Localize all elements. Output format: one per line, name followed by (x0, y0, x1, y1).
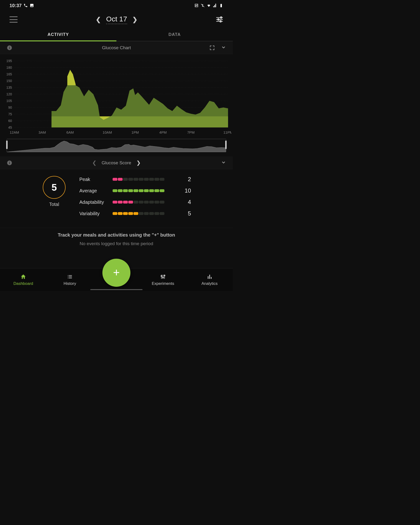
svg-rect-44 (208, 276, 208, 279)
score-rows: Peak2Average10Adaptability4Variability5 (79, 176, 191, 217)
sliders-icon (160, 274, 166, 280)
vibrate-icon (201, 3, 205, 8)
wifi-icon (207, 3, 211, 8)
nav-dashboard[interactable]: Dashboard (0, 274, 46, 286)
nav-label: Analytics (201, 281, 218, 286)
svg-text:135: 135 (6, 86, 12, 89)
score-row-segments (113, 189, 179, 192)
svg-text:120: 120 (6, 92, 12, 96)
menu-button[interactable] (9, 16, 18, 23)
score-row-segments (113, 178, 179, 181)
svg-text:6AM: 6AM (66, 130, 74, 134)
home-indicator (90, 289, 143, 290)
score-row-label: Peak (79, 177, 108, 182)
bars-icon (206, 274, 213, 280)
signal-icon (213, 3, 217, 8)
status-bar: 10:37 (0, 0, 233, 11)
score-row-peak: Peak2 (79, 176, 191, 183)
prev-day-button[interactable]: ❮ (96, 16, 101, 23)
tab-activity[interactable]: ACTIVITY (0, 28, 116, 41)
tab-data[interactable]: DATA (116, 28, 233, 41)
glucose-score-header: i ❮ Glucose Score ❯ (0, 157, 233, 169)
svg-rect-45 (209, 275, 210, 279)
svg-text:4PM: 4PM (159, 130, 167, 134)
svg-text:45: 45 (8, 126, 12, 129)
svg-text:150: 150 (6, 79, 12, 83)
glucose-score-title: Glucose Score (102, 160, 131, 166)
score-total: 5 Total (43, 176, 65, 207)
home-icon (20, 274, 26, 280)
svg-text:165: 165 (6, 72, 12, 76)
next-day-button[interactable]: ❯ (132, 16, 137, 23)
svg-text:7PM: 7PM (187, 130, 195, 134)
score-row-value: 10 (183, 187, 191, 194)
bottom-nav: Dashboard History . Experiments Analytic… (0, 268, 233, 291)
battery-icon (219, 3, 223, 8)
svg-point-4 (218, 19, 219, 20)
nav-label: Experiments (152, 281, 174, 286)
range-handle-left[interactable] (6, 141, 8, 149)
score-row-value: 2 (183, 176, 191, 183)
image-icon (30, 3, 34, 8)
add-event-button[interactable]: + (102, 259, 130, 287)
svg-text:195: 195 (6, 59, 12, 63)
svg-rect-46 (211, 277, 211, 279)
score-row-average: Average10 (79, 187, 191, 194)
svg-text:180: 180 (6, 66, 12, 69)
score-row-segments (113, 201, 179, 204)
score-row-label: Adaptability (79, 199, 108, 205)
cta-sub-text: No events logged for this time period (7, 241, 226, 246)
nav-label: History (64, 281, 76, 286)
svg-text:60: 60 (8, 119, 12, 123)
score-row-variability: Variability5 (79, 210, 191, 217)
svg-text:105: 105 (6, 99, 12, 103)
glucose-score-body: 5 Total Peak2Average10Adaptability4Varia… (0, 169, 233, 225)
chevron-down-icon[interactable] (221, 160, 226, 166)
phone-icon (24, 3, 28, 8)
range-handle-right[interactable] (225, 141, 227, 149)
svg-text:11PM: 11PM (223, 130, 231, 134)
filter-button[interactable] (216, 16, 223, 23)
nav-label: Dashboard (13, 281, 33, 286)
nfc-icon (194, 3, 199, 8)
plus-icon: + (113, 266, 120, 279)
nav-analytics[interactable]: Analytics (186, 274, 233, 286)
score-row-segments (113, 212, 179, 215)
score-total-value: 5 (43, 176, 65, 199)
events-empty-state: Track your meals and activities using th… (0, 228, 233, 261)
score-next-button[interactable]: ❯ (136, 160, 141, 166)
top-tabs: ACTIVITY DATA (0, 28, 233, 41)
svg-text:12AM: 12AM (10, 130, 19, 134)
score-row-label: Variability (79, 211, 108, 216)
info-icon[interactable]: i (7, 160, 12, 165)
cta-main-text: Track your meals and activities using th… (7, 232, 226, 238)
score-row-value: 5 (183, 210, 191, 217)
score-row-label: Average (79, 188, 108, 194)
nav-experiments[interactable]: Experiments (140, 274, 186, 286)
info-icon[interactable]: i (7, 46, 12, 50)
time-range-selector[interactable] (7, 139, 226, 152)
svg-point-41 (163, 277, 164, 278)
svg-text:90: 90 (8, 106, 12, 109)
svg-text:75: 75 (8, 112, 12, 116)
list-icon (67, 274, 73, 280)
chevron-down-icon[interactable] (221, 45, 226, 51)
nav-history[interactable]: History (46, 274, 93, 286)
fullscreen-icon[interactable] (210, 45, 215, 50)
app-header: ❮ Oct 17 ❯ (0, 11, 233, 28)
svg-point-43 (164, 275, 165, 276)
svg-text:3AM: 3AM (38, 130, 46, 134)
svg-point-39 (161, 275, 162, 276)
svg-point-2 (220, 17, 222, 18)
date-navigator: ❮ Oct 17 ❯ (96, 15, 137, 24)
svg-point-6 (220, 20, 221, 22)
svg-text:10AM: 10AM (103, 130, 112, 134)
score-row-value: 4 (183, 199, 191, 206)
date-label[interactable]: Oct 17 (106, 15, 127, 24)
score-prev-button[interactable]: ❮ (92, 160, 96, 166)
glucose-chart[interactable]: 4560759010512013515016518019512AM3AM6AM1… (0, 54, 233, 137)
score-row-adaptability: Adaptability4 (79, 199, 191, 206)
score-total-label: Total (49, 202, 59, 207)
svg-text:1PM: 1PM (131, 130, 139, 134)
glucose-chart-header: i Glucose Chart (0, 41, 233, 54)
